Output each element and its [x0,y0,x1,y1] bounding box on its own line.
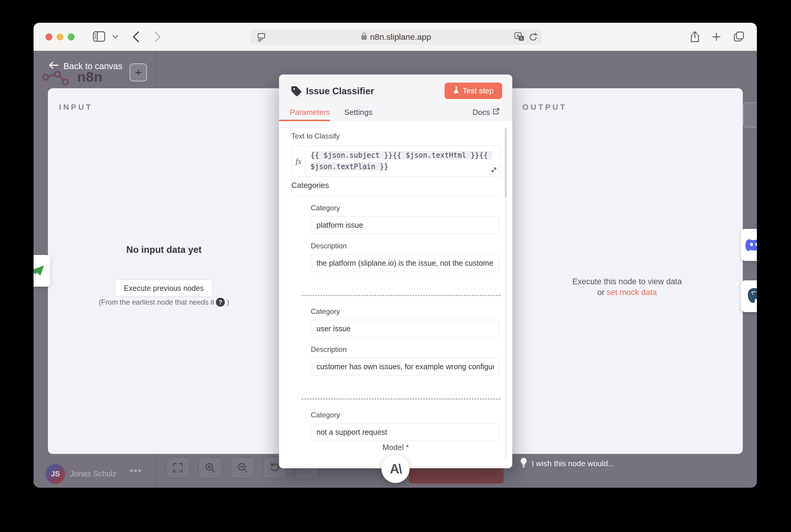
node-settings-modal: Issue Classifier Test step Parameters Se… [279,75,512,468]
minimize-window-button[interactable] [57,34,63,40]
model-label: Model * [279,443,512,452]
category-input[interactable] [311,320,499,338]
description-label: Description [311,345,499,354]
input-panel-label: INPUT [59,102,93,112]
active-tab-underline [279,120,330,121]
postgres-node-card[interactable] [741,280,757,312]
refresh-icon[interactable] [529,32,538,43]
lightbulb-icon [520,457,528,470]
wish-text: I wish this node would... [532,459,614,468]
set-mock-data-link[interactable]: set mock data [607,288,657,297]
fit-view-button[interactable] [166,457,190,478]
tab-parameters[interactable]: Parameters [290,108,330,117]
modal-header: Issue Classifier Test step Parameters Se… [279,75,512,121]
help-icon[interactable]: ? [216,298,225,307]
back-to-canvas-button[interactable]: Back to canvas [49,61,123,72]
sidebar-toggle-icon[interactable] [93,31,105,43]
category-item-1: Category Description [311,204,499,272]
back-to-canvas-label: Back to canvas [63,61,123,71]
text-to-classify-expression-field[interactable]: fx {{ $json.subject }}{{ $json.textHtml … [291,146,501,177]
tab-overview-icon[interactable] [734,31,744,43]
category-item-2: Category Description [311,307,499,376]
input-panel: INPUT No input data yet Execute previous… [48,88,280,454]
new-tab-icon[interactable] [712,32,721,42]
arrow-left-icon [49,61,59,72]
gmail-node-icon [34,264,46,278]
node-feedback-prompt[interactable]: I wish this node would... [520,457,614,470]
fx-badge: fx [292,146,306,176]
lock-icon [361,32,367,42]
browser-toolbar: n8n.sliplane.app A文 [34,23,757,51]
forward-icon[interactable] [154,31,161,44]
zoom-in-button[interactable] [198,457,222,478]
zoom-out-button[interactable] [231,457,255,478]
modal-scrollbar-thumb[interactable] [505,128,507,197]
category-label: Category [311,411,499,420]
chevron-down-icon[interactable] [112,35,118,40]
expand-expression-icon[interactable] [489,165,498,175]
external-link-icon [493,108,500,117]
no-input-data-title: No input data yet [48,245,280,255]
category-label: Category [311,307,499,316]
output-panel: OUTPUT Execute this node to view data or… [511,88,743,454]
categories-section-title: Categories [291,181,329,190]
tag-icon [290,85,302,98]
url-text: n8n.sliplane.app [370,32,431,42]
test-step-button[interactable]: Test step [445,82,502,99]
maximize-window-button[interactable] [68,34,75,40]
discord-icon [745,237,757,253]
translate-icon[interactable]: A文 [514,32,525,43]
tab-settings[interactable]: Settings [344,108,372,117]
category-separator [301,295,501,296]
close-window-button[interactable] [45,34,52,40]
add-node-button[interactable]: + [130,63,147,81]
user-name: Jonas Scholz [70,469,116,478]
dimmed-test-step-footer-button [409,467,503,483]
description-label: Description [311,242,499,251]
share-icon[interactable] [691,31,699,44]
input-hint: (From the earliest node that needs it ? … [48,298,280,307]
postgres-icon [746,287,757,305]
node-title: Issue Classifier [306,86,374,97]
tab-docs[interactable]: Docs [473,108,500,117]
category-item-3: Category [311,411,499,441]
categories-divider [291,195,501,196]
svg-text:文: 文 [520,37,523,40]
category-separator [301,399,501,399]
text-to-classify-label: Text to Classify [291,132,339,140]
flask-icon [453,86,460,96]
category-input[interactable] [311,423,499,441]
address-bar[interactable]: n8n.sliplane.app A文 [250,29,542,45]
gmail-node-card[interactable] [34,255,50,287]
execute-previous-nodes-button[interactable]: Execute previous nodes [115,280,213,297]
model-node-anthropic-logo[interactable]: A\ [382,455,409,483]
output-empty-message: Execute this node to view data or set mo… [511,276,743,298]
back-icon[interactable] [132,31,140,44]
category-label: Category [311,204,499,213]
description-input[interactable] [311,254,499,272]
expression-value[interactable]: {{ $json.subject }}{{ $json.textHtml }}{… [306,146,500,176]
avatar[interactable]: JS [45,464,65,484]
description-input[interactable] [311,358,499,376]
discord-node-card[interactable] [741,229,757,261]
dimmed-canvas-button [743,102,757,128]
category-input[interactable] [311,216,499,234]
user-menu-dots[interactable]: ••• [130,466,142,476]
browser-window: n8n.sliplane.app A文 n8n [34,23,757,488]
output-panel-label: OUTPUT [522,102,567,112]
